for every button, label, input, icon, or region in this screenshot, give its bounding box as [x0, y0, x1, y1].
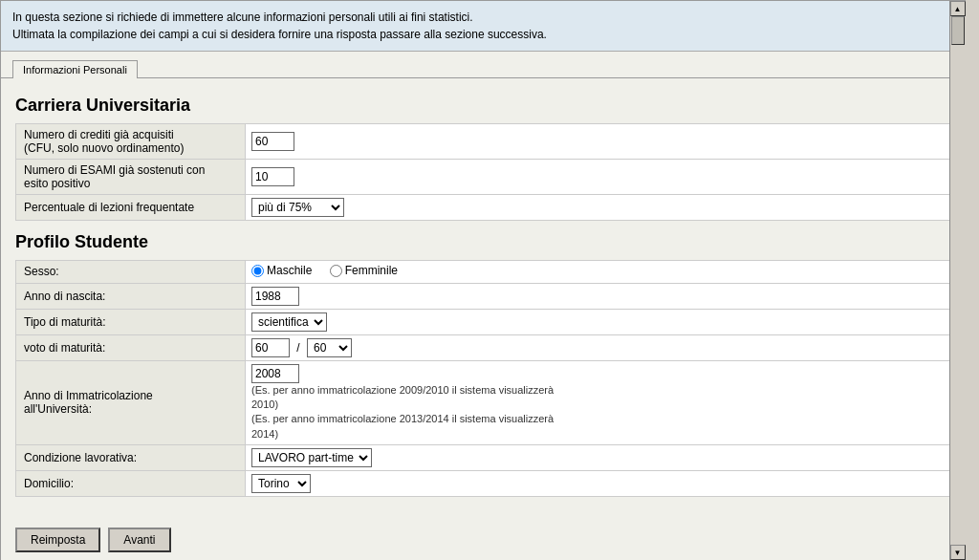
table-row: Numero di ESAMI già sostenuti con esito …: [16, 160, 950, 195]
crediti-label: Numero di crediti già acquisiti (CFU, so…: [16, 124, 246, 160]
table-row: Sesso: Maschile Femminile: [16, 261, 950, 284]
tab-informazioni-personali[interactable]: Informazioni Personali: [12, 60, 138, 78]
condizione-lavorativa-select[interactable]: LAVORO part-time NON lavoro LAVORO full-…: [251, 448, 372, 467]
scrollbar: ▲ ▼: [949, 1, 965, 560]
tipo-maturita-label: Tipo di maturità:: [16, 309, 246, 334]
info-line1: In questa sezione si richiede di immette…: [12, 11, 473, 24]
percentuale-cell: più di 75% 50%-75% 25%-50% meno di 25%: [246, 195, 950, 221]
form-area: Carriera Universitaria Numero di crediti…: [1, 78, 965, 520]
anno-nascita-cell: [246, 283, 950, 309]
table-row: Numero di crediti già acquisiti (CFU, so…: [16, 124, 950, 160]
reset-button[interactable]: Reimposta: [15, 528, 100, 552]
sesso-maschile-label[interactable]: Maschile: [251, 264, 312, 277]
carriera-table: Numero di crediti già acquisiti (CFU, so…: [15, 123, 950, 221]
table-row: Tipo di maturità: scientifica classica t…: [16, 309, 950, 334]
table-row: Condizione lavorativa: LAVORO part-time …: [16, 445, 950, 471]
profilo-section: Profilo Studente Sesso: Maschile Femmini…: [15, 232, 950, 497]
next-button[interactable]: Avanti: [108, 528, 170, 552]
profilo-table: Sesso: Maschile Femminile Anno: [15, 260, 950, 497]
profilo-title: Profilo Studente: [15, 232, 950, 252]
scroll-up-arrow[interactable]: ▲: [950, 1, 966, 16]
percentuale-label: Percentuale di lezioni frequentate: [16, 195, 246, 221]
esami-label: Numero di ESAMI già sostenuti con esito …: [16, 160, 246, 195]
tipo-maturita-select[interactable]: scientifica classica tecnica artistica a…: [251, 312, 327, 332]
sesso-label: Sesso:: [16, 261, 246, 284]
table-row: Anno di Immatricolazione all'Università:…: [16, 360, 950, 445]
scroll-down-arrow[interactable]: ▼: [950, 545, 966, 560]
anno-nascita-label: Anno di nascita:: [16, 283, 246, 309]
tipo-maturita-cell: scientifica classica tecnica artistica a…: [246, 309, 950, 334]
info-line2: Ultimata la compilazione dei campi a cui…: [12, 28, 547, 41]
anno-nascita-input[interactable]: [251, 287, 299, 306]
crediti-input[interactable]: [251, 132, 294, 151]
tab-bar: Informazioni Personali: [1, 52, 965, 78]
voto-maturita-label: voto di maturità:: [16, 334, 246, 360]
esami-cell: [246, 160, 950, 195]
esami-input[interactable]: [251, 167, 294, 186]
voto-maturita-cell: / 60 70 80 100: [246, 334, 950, 360]
condizione-lavorativa-label: Condizione lavorativa:: [16, 445, 246, 471]
info-bar: In questa sezione si richiede di immette…: [1, 1, 965, 52]
crediti-cell: [246, 124, 950, 160]
voto-maturita-select[interactable]: 60 70 80 100: [307, 338, 352, 357]
scroll-track: [950, 16, 966, 545]
anno-immatricolazione-cell: (Es. per anno immatricolazione 2009/2010…: [246, 360, 950, 445]
sesso-femminile-label[interactable]: Femminile: [330, 264, 398, 277]
domicilio-select[interactable]: Torino Milano Roma Napoli Altro: [251, 474, 311, 493]
domicilio-label: Domicilio:: [16, 471, 246, 497]
table-row: voto di maturità: / 60 70 80 100: [16, 334, 950, 360]
table-row: Domicilio: Torino Milano Roma Napoli Alt…: [16, 471, 950, 497]
anno-immatricolazione-label: Anno di Immatricolazione all'Università:: [16, 360, 246, 445]
carriera-title: Carriera Universitaria: [15, 96, 950, 116]
voto-maturita-input[interactable]: [251, 338, 290, 357]
percentuale-select[interactable]: più di 75% 50%-75% 25%-50% meno di 25%: [251, 198, 344, 217]
voto-slash: /: [296, 341, 299, 355]
condizione-lavorativa-cell: LAVORO part-time NON lavoro LAVORO full-…: [246, 445, 950, 471]
anno-immatricolazione-input[interactable]: [251, 364, 299, 383]
sesso-maschile-radio[interactable]: [251, 265, 264, 277]
anno-hint1: (Es. per anno immatricolazione 2009/2010…: [251, 384, 554, 440]
domicilio-cell: Torino Milano Roma Napoli Altro: [246, 471, 950, 497]
table-row: Anno di nascita:: [16, 283, 950, 309]
sesso-cell: Maschile Femminile: [246, 261, 950, 284]
table-row: Percentuale di lezioni frequentate più d…: [16, 195, 950, 221]
scroll-thumb[interactable]: [951, 16, 965, 45]
button-bar: Reimposta Avanti: [1, 520, 965, 560]
sesso-femminile-radio[interactable]: [330, 265, 342, 277]
